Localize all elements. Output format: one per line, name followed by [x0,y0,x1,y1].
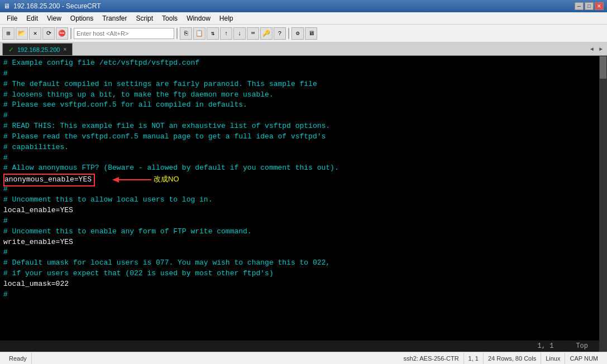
host-input[interactable] [74,28,174,39]
toolbar-monitor[interactable]: 🖥 [305,27,317,40]
toolbar-close-session[interactable]: ✕ [29,27,41,40]
toolbar-paste[interactable]: 📋 [193,27,205,40]
toolbar-upload[interactable]: ↑ [220,27,232,40]
minimize-button[interactable]: ─ [575,2,584,10]
tab-label: 192.168.25.200 [17,46,60,53]
toolbar-settings[interactable]: ⚙ [291,27,304,40]
status-capsnum: CAP NUM [565,352,603,364]
menu-bar: File Edit View Options Transfer Script T… [0,12,607,25]
terminal-line: # [3,290,604,300]
status-bar: Ready ssh2: AES-256-CTR 1, 1 24 Rows, 80… [0,352,607,364]
menu-transfer[interactable]: Transfer [98,13,131,23]
toolbar-sep-3 [288,28,289,39]
menu-script[interactable]: Script [131,13,157,23]
terminal-line: local_umask=022 [3,279,604,290]
svg-marker-1 [112,177,119,183]
title-bar-controls: ─ □ ✕ [575,2,604,10]
terminal-line: # if your users expect that (022 is used… [3,269,604,279]
toolbar-download[interactable]: ↓ [233,27,246,40]
maximize-button[interactable]: □ [585,2,594,10]
status-ready: Ready [4,352,32,364]
title-bar-icon: 🖥 [3,2,10,10]
terminal-line: # Allow anonymous FTP? (Beware - allowed… [3,163,604,174]
position-bar: 1, 1 Top [0,341,599,352]
menu-edit[interactable]: Edit [22,13,42,23]
terminal-line: # [3,247,604,258]
tab-nav-arrows: ◄ ► [588,43,605,55]
cursor-position: 1, 1 [538,342,554,350]
scroll-position: Top [576,342,588,350]
status-encryption: ssh2: AES-256-CTR [399,352,464,364]
scrollbar[interactable] [599,56,607,352]
title-bar-left: 🖥 192.168.25.200 - SecureCRT [3,2,101,10]
terminal-line: # Default umask for local users is 077. … [3,258,604,269]
title-bar: 🖥 192.168.25.200 - SecureCRT ─ □ ✕ [0,0,607,12]
tab-close-button[interactable]: × [63,46,66,52]
menu-view[interactable]: View [42,13,66,23]
toolbar-sep-1 [70,28,71,39]
terminal[interactable]: # Example config file /etc/vsftpd/vsftpd… [0,56,607,352]
terminal-content: # Example config file /etc/vsftpd/vsftpd… [3,58,604,300]
terminal-line: # Example config file /etc/vsftpd/vsftpd… [3,58,604,69]
position-label: 1, 1 [469,355,479,362]
encryption-label: ssh2: AES-256-CTR [404,355,459,362]
toolbar-stop[interactable]: ⛔ [56,27,68,40]
terminal-line: # [3,216,604,227]
dimensions-label: 24 Rows, 80 Cols [488,355,536,362]
toolbar: ⊞ 📂 ✕ ⟳ ⛔ ⎘ 📋 ⇅ ↑ ↓ ⌨ 🔑 ? ⚙ 🖥 [0,25,607,42]
menu-window[interactable]: Window [182,13,215,23]
terminal-line: # [3,111,604,121]
status-position: 1, 1 [464,352,484,364]
ready-label: Ready [9,355,27,362]
toolbar-open[interactable]: 📂 [16,27,28,40]
annotation-text: 改成NO [154,174,179,185]
terminal-line: # Please read the vsftpd.conf.5 manual p… [3,132,604,142]
terminal-line: # [3,69,604,79]
terminal-line: # loosens things up a bit, to make the f… [3,90,604,100]
menu-tools[interactable]: Tools [157,13,182,23]
tab-nav-right[interactable]: ► [597,43,605,55]
toolbar-map[interactable]: ⌨ [247,27,259,40]
toolbar-keymap[interactable]: 🔑 [260,27,273,40]
status-dimensions: 24 Rows, 80 Cols [484,352,541,364]
annotation: 改成NO [112,174,179,185]
menu-file[interactable]: File [2,13,22,23]
toolbar-sep-2 [176,28,178,39]
cap-label: CAP NUM [570,355,598,362]
menu-options[interactable]: Options [66,13,98,23]
terminal-line: # Uncomment this to allow local users to… [3,195,604,205]
session-tab[interactable]: ✓ 192.168.25.200 × [2,43,73,55]
highlighted-line: anonymous_enable=YES [3,174,95,186]
status-os: Linux [541,352,565,364]
toolbar-sftp[interactable]: ⇅ [207,27,219,40]
tab-bar: ✓ 192.168.25.200 × ◄ ► [0,42,607,56]
title-bar-title: 192.168.25.200 - SecureCRT [13,2,101,10]
terminal-line: local_enable=YES [3,205,604,216]
toolbar-help[interactable]: ? [274,27,286,40]
scroll-thumb[interactable] [600,56,606,79]
terminal-line: # [3,153,604,164]
toolbar-copy[interactable]: ⎘ [180,27,192,40]
tab-nav-left[interactable]: ◄ [588,43,596,55]
tab-checkmark: ✓ [8,46,14,54]
terminal-line: # Uncomment this to enable any form of F… [3,227,604,237]
terminal-line: write_enable=YES [3,237,604,248]
arrow-icon [112,175,151,184]
os-label: Linux [546,355,560,362]
terminal-line: # READ THIS: This example file is NOT an… [3,121,604,132]
terminal-line: # The default compiled in settings are f… [3,79,604,90]
close-button[interactable]: ✕ [595,2,604,10]
toolbar-reconnect[interactable]: ⟳ [42,27,55,40]
terminal-line: # Please see vsftpd.conf.5 for all compi… [3,100,604,111]
toolbar-new[interactable]: ⊞ [2,27,15,40]
terminal-line: # capabilities. [3,142,604,153]
menu-help[interactable]: Help [215,13,238,23]
